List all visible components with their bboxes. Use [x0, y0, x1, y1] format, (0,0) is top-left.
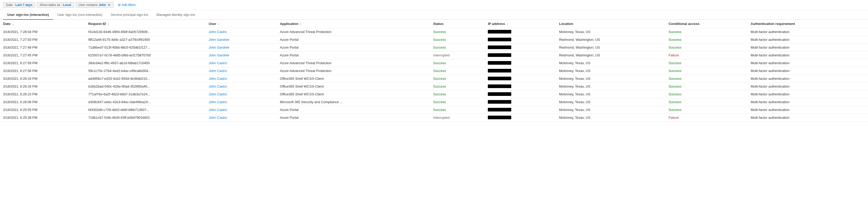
cell-ip [485, 98, 556, 106]
cell-authrequirement: Multi-factor authentication [748, 36, 868, 44]
application-sort-icon: ↕ [300, 22, 302, 26]
table-row[interactable]: 3/18/2021, 7:27:45 PM 615507a7-0c78-4b85… [0, 51, 868, 59]
add-filters-label: Add filters [122, 3, 135, 7]
cell-user[interactable]: John Gardner [206, 44, 277, 51]
cell-status: Success [430, 44, 485, 51]
ca-status: Success [669, 61, 681, 65]
user-link[interactable]: John Castro [209, 108, 227, 112]
table-row[interactable]: 3/18/2021, 6:26:06 PM d309c647-eebc-42e3… [0, 98, 868, 106]
ca-status: Success [669, 84, 681, 88]
cell-requestid: 771af76e-6a2f-482d-b6d7-31db3a7e24... [85, 90, 206, 98]
cell-status: Interrupted [430, 51, 485, 59]
user-link[interactable]: John Gardner [209, 53, 229, 57]
table-row[interactable]: 3/18/2021, 6:25:38 PM 718b1c67-f16b-4630… [0, 114, 868, 122]
ca-status: Success [669, 30, 681, 34]
cell-user[interactable]: John Castro [206, 67, 277, 75]
cell-authrequirement: Multi-factor authentication [748, 90, 868, 98]
user-filter-remove-button[interactable]: ✕ [107, 3, 111, 7]
cell-application: Azure Portal [277, 114, 430, 122]
cell-application: Office365 Shell WCSS-Client [277, 75, 430, 83]
cell-conditionalaccess: Success [665, 67, 748, 75]
ip-redacted [488, 38, 511, 41]
table-row[interactable]: 3/18/2021, 6:25:55 PM fd3302d6-c729-4b02… [0, 106, 868, 114]
cell-user[interactable]: John Castro [206, 83, 277, 90]
cell-authrequirement: Multi-factor authentication [748, 75, 868, 83]
cell-user[interactable]: John Castro [206, 75, 277, 83]
user-filter-chip[interactable]: User contains John ✕ [75, 2, 114, 8]
user-link[interactable]: John Castro [209, 69, 227, 73]
cell-application: Azure Portal [277, 44, 430, 51]
add-filters-button[interactable]: ⊞ Add filters [115, 2, 138, 8]
ca-status: Failure [669, 116, 679, 120]
cell-application: Office365 Shell WCSS-Client [277, 83, 430, 90]
user-link[interactable]: John Castro [209, 61, 227, 65]
user-link[interactable]: John Gardner [209, 45, 229, 49]
cell-user[interactable]: John Castro [206, 90, 277, 98]
table-row[interactable]: 3/18/2021, 6:26:15 PM 771af76e-6a2f-482d… [0, 90, 868, 98]
tab-managed-identity[interactable]: Managed identity sign-ins [152, 10, 199, 20]
ip-redacted [488, 53, 511, 57]
status-badge: Success [433, 100, 446, 104]
tabs-container: User sign-ins (interactive) User sign-in… [0, 10, 868, 20]
user-link[interactable]: John Castro [209, 92, 227, 96]
table-row[interactable]: 3/18/2021, 7:28:04 PM f414d130-6446-4993… [0, 28, 868, 36]
cell-requestid: b2bb2bad-040c-428a-90ad-352895a40... [85, 83, 206, 90]
cell-requestid: ad4856c7-e203-4cb2-930d-4e36dd210... [85, 75, 206, 83]
col-header-ip[interactable]: IP address ↕ [485, 20, 556, 28]
cell-location: Mckinney, Texas, US [556, 67, 665, 75]
user-link[interactable]: John Gardner [209, 38, 229, 42]
table-row[interactable]: 3/18/2021, 6:26:16 PM b2bb2bad-040c-428a… [0, 83, 868, 90]
cell-status: Success [430, 98, 485, 106]
cell-user[interactable]: John Castro [206, 59, 277, 67]
cell-user[interactable]: John Castro [206, 28, 277, 36]
user-link[interactable]: John Castro [209, 100, 227, 104]
status-badge: Success [433, 69, 446, 73]
cell-ip [485, 83, 556, 90]
table-row[interactable]: 3/18/2021, 7:27:48 PM 71d8bed7-013f-40bb… [0, 44, 868, 51]
date-filter-label: Date : [6, 3, 14, 7]
tab-service-principal[interactable]: Service principal sign-ins [106, 10, 152, 20]
ip-redacted [488, 116, 511, 119]
cell-ip [485, 59, 556, 67]
table-row[interactable]: 3/18/2021, 7:27:50 PM f8f12a46-9175-4d4c… [0, 36, 868, 44]
cell-authrequirement: Multi-factor authentication [748, 83, 868, 90]
col-header-requestid[interactable]: Request ID ↕ [85, 20, 206, 28]
table-row[interactable]: 3/18/2021, 6:26:16 PM ad4856c7-e203-4cb2… [0, 75, 868, 83]
cell-authrequirement: Multi-factor authentication [748, 98, 868, 106]
cell-user[interactable]: John Gardner [206, 51, 277, 59]
cell-user[interactable]: John Gardner [206, 36, 277, 44]
cell-user[interactable]: John Castro [206, 106, 277, 114]
ca-status: Success [669, 45, 681, 49]
col-header-user[interactable]: User ↕ [206, 20, 277, 28]
ip-redacted [488, 77, 511, 80]
cell-conditionalaccess: Failure [665, 114, 748, 122]
col-header-date[interactable]: Date ↓ [0, 20, 85, 28]
status-badge: Success [433, 45, 446, 49]
cell-application: Azure Portal [277, 106, 430, 114]
cell-status: Success [430, 67, 485, 75]
user-link[interactable]: John Castro [209, 77, 227, 81]
cell-ip [485, 106, 556, 114]
cell-requestid: 718b1c67-f16b-4630-93ff-e0b979016601 [85, 114, 206, 122]
tab-non-interactive[interactable]: User sign-ins (non-interactive) [53, 10, 106, 20]
table-row[interactable]: 3/18/2021, 6:27:56 PM 59c1c75c-27b4-4ed2… [0, 67, 868, 75]
cell-conditionalaccess: Success [665, 90, 748, 98]
cell-ip [485, 90, 556, 98]
user-link[interactable]: John Castro [209, 116, 227, 120]
cell-location: Mckinney, Texas, US [556, 106, 665, 114]
user-filter-label: User contains [79, 3, 97, 7]
user-link[interactable]: John Castro [209, 84, 227, 88]
cell-location: Mckinney, Texas, US [556, 75, 665, 83]
tab-interactive[interactable]: User sign-ins (interactive) [3, 10, 53, 20]
cell-user[interactable]: John Castro [206, 114, 277, 122]
col-header-application[interactable]: Application ↕ [277, 20, 430, 28]
ca-status: Success [669, 69, 681, 73]
status-badge: Success [433, 84, 446, 88]
user-link[interactable]: John Castro [209, 30, 227, 34]
cell-status: Success [430, 36, 485, 44]
cell-location: Mckinney, Texas, US [556, 28, 665, 36]
cell-user[interactable]: John Castro [206, 98, 277, 106]
table-row[interactable]: 3/18/2021, 6:27:58 PM 38dcd4e2-ff8c-4937… [0, 59, 868, 67]
cell-conditionalaccess: Success [665, 59, 748, 67]
cell-status: Success [430, 75, 485, 83]
